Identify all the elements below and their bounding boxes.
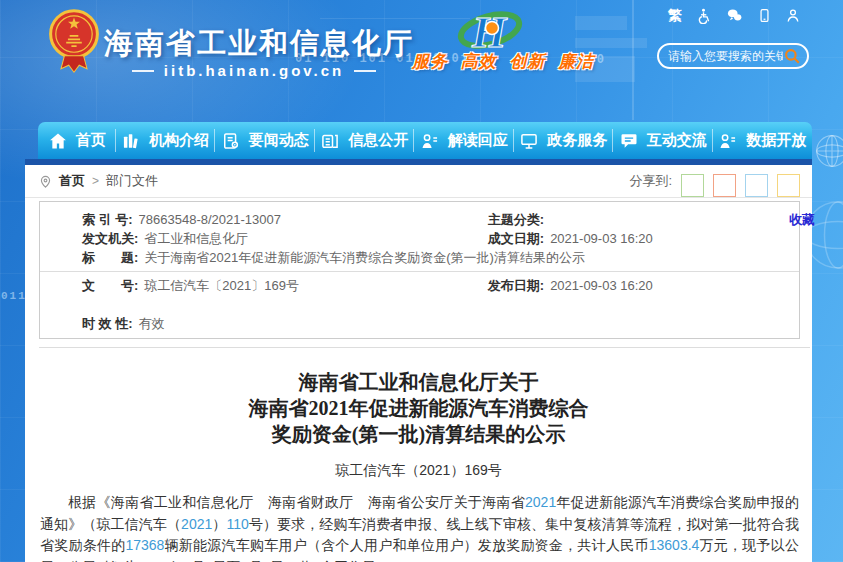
meta-row: 文 号:琼工信汽车〔2021〕169号 发布日期:2021-09-03 16:2… xyxy=(40,276,799,295)
article-title-line3: 奖励资金(第一批)清算结果的公示 xyxy=(25,421,812,447)
share-button-4[interactable] xyxy=(777,174,800,197)
search-box xyxy=(657,43,809,69)
nav-item-gov-services[interactable]: 政务服务 xyxy=(514,122,613,159)
globe-decor xyxy=(809,128,843,174)
favorite-link[interactable]: 收藏 xyxy=(789,211,815,229)
nav-item-open-data[interactable]: 数据开放 xyxy=(713,122,812,159)
site-url: iitb.hainan.gov.cn xyxy=(104,62,404,79)
meta-value-index: 78663548-8/2021-13007 xyxy=(139,212,281,227)
meta-label-validity: 时 效 性: xyxy=(82,316,133,331)
nav-item-info-disclosure[interactable]: 信息公开 xyxy=(315,122,414,159)
nav-item-org-intro[interactable]: 机构介绍 xyxy=(116,122,215,159)
accessibility-icon[interactable] xyxy=(695,7,712,24)
main-nav: 首页 机构介绍 要闻动态 信息公开 解读回应 政务服务 互动交流 数据开放 xyxy=(38,122,812,159)
share-button-2[interactable] xyxy=(713,174,736,197)
chat-icon xyxy=(619,131,639,151)
files-icon xyxy=(320,131,340,151)
meta-value-issuer: 省工业和信息化厅 xyxy=(144,231,248,246)
meta-label-written-date: 成文日期: xyxy=(488,231,544,246)
user-icon[interactable] xyxy=(785,7,801,24)
location-pin-icon xyxy=(38,174,53,189)
meta-label-issuer: 发文机关: xyxy=(82,231,138,246)
header-toolbar: 繁 xyxy=(668,7,801,24)
circuit-decor xyxy=(632,0,634,120)
breadcrumb-separator: > xyxy=(92,174,99,188)
meta-row: 索 引 号:78663548-8/2021-13007 主题分类: xyxy=(40,210,799,229)
meta-value-validity: 有效 xyxy=(139,316,165,331)
search-input[interactable] xyxy=(668,49,783,63)
share-button-3[interactable] xyxy=(745,174,768,197)
site-title: 海南省工业和信息化厅 xyxy=(104,24,414,64)
meta-value-doc-no: 琼工信汽车〔2021〕169号 xyxy=(144,278,299,293)
breadcrumb-current: 部门文件 xyxy=(106,172,158,190)
person-lines-icon xyxy=(718,131,738,151)
news-doc-icon xyxy=(221,131,241,151)
share-button-1[interactable] xyxy=(681,174,704,197)
meta-label-publish-date: 发布日期: xyxy=(488,278,544,293)
meta-divider xyxy=(40,271,799,272)
wechat-icon[interactable] xyxy=(725,7,744,24)
circuit-decor xyxy=(575,16,627,30)
meta-value-written-date: 2021-09-03 16:20 xyxy=(550,231,653,246)
meta-label-doc-no: 文 号: xyxy=(82,278,138,293)
meta-row: 标 题:关于海南省2021年促进新能源汽车消费综合奖励资金(第一批)清算结果的公… xyxy=(40,248,799,267)
meta-label-title: 标 题: xyxy=(82,250,138,265)
meta-row: 时 效 性:有效 xyxy=(40,314,799,333)
meta-label-category: 主题分类: xyxy=(488,212,544,227)
nav-item-home[interactable]: 首页 xyxy=(38,122,116,159)
search-icon xyxy=(783,47,801,65)
site-slogan: 服务 高效 创新 廉洁 xyxy=(412,50,594,73)
org-chart-icon xyxy=(121,131,141,151)
nav-item-interaction[interactable]: 互动交流 xyxy=(613,122,712,159)
content-panel: 首页 > 部门文件 分享到: 收藏 索 引 号:78663548-8/2021-… xyxy=(25,165,812,562)
binary-decor: 011 xyxy=(1,290,27,302)
meta-value-publish-date: 2021-09-03 16:20 xyxy=(550,278,653,293)
home-icon xyxy=(48,131,68,151)
article-doc-number: 琼工信汽车（2021）169号 xyxy=(25,462,812,480)
article-title: 海南省工业和信息化厅关于 海南省2021年促进新能源汽车消费综合 奖励资金(第一… xyxy=(25,369,812,447)
breadcrumb-home[interactable]: 首页 xyxy=(59,172,85,190)
nav-item-news[interactable]: 要闻动态 xyxy=(215,122,314,159)
search-button[interactable] xyxy=(783,47,801,65)
nav-item-interpretation[interactable]: 解读回应 xyxy=(414,122,513,159)
meta-value-title: 关于海南省2021年促进新能源汽车消费综合奖励资金(第一批)清算结果的公示 xyxy=(144,250,585,265)
page: 01 110 101 011 010110 11010 011 海南省工业和信息… xyxy=(0,0,843,562)
meta-row: 发文机关:省工业和信息化厅 成文日期:2021-09-03 16:20 xyxy=(40,229,799,248)
dash-decor xyxy=(354,70,376,72)
section-divider xyxy=(39,347,810,348)
traditional-chinese-toggle[interactable]: 繁 xyxy=(668,7,682,24)
article-title-line1: 海南省工业和信息化厅关于 xyxy=(25,369,812,395)
document-meta-table: 索 引 号:78663548-8/2021-13007 主题分类: 发文机关:省… xyxy=(39,201,800,339)
circuit-decor xyxy=(575,38,647,48)
dash-decor xyxy=(132,70,154,72)
share-label: 分享到: xyxy=(629,172,672,190)
breadcrumb: 首页 > 部门文件 分享到: xyxy=(25,165,812,198)
mobile-icon[interactable] xyxy=(757,7,772,24)
meta-label-index: 索 引 号: xyxy=(82,212,133,227)
national-emblem-logo xyxy=(48,8,100,78)
article-paragraph: 根据《海南省工业和信息化厅 海南省财政厅 海南省公安厅关于海南省2021年促进新… xyxy=(40,492,799,562)
monitor-icon xyxy=(519,131,539,151)
person-lines-icon xyxy=(420,131,440,151)
article-title-line2: 海南省2021年促进新能源汽车消费综合 xyxy=(25,395,812,421)
